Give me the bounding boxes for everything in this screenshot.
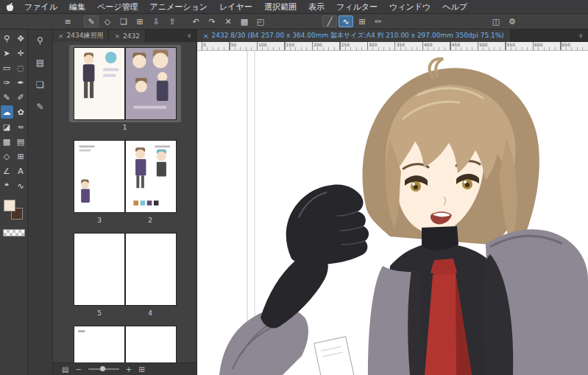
page-thumbnail[interactable] (74, 234, 124, 305)
ruler-label: 400 (424, 42, 432, 47)
ruler-label: 500 (479, 42, 487, 47)
close-tab-icon[interactable]: × (203, 32, 209, 40)
apple-menu-icon[interactable] (6, 2, 14, 12)
main-color-swatch[interactable] (4, 200, 15, 211)
gradient-tool-icon[interactable]: ▤ (15, 135, 27, 148)
eyedropper-tool-icon[interactable]: ✑ (1, 76, 13, 89)
redo-icon[interactable]: ↷ (205, 15, 219, 27)
quick-search-icon[interactable]: ⚲ (32, 34, 49, 47)
chevron-down-icon[interactable]: ∨ (573, 32, 588, 39)
menubar-item[interactable]: 表示 (302, 1, 330, 13)
delete-icon[interactable]: ✕ (221, 15, 235, 27)
chevron-down-icon[interactable]: ∨ (182, 32, 196, 39)
page-thumbnail[interactable] (126, 141, 176, 212)
snap-grid-icon[interactable]: ⊞ (355, 15, 369, 27)
menubar-item[interactable]: ヘルプ (436, 1, 473, 13)
undo-icon[interactable]: ↶ (188, 15, 203, 27)
thumb-zoom-in-icon[interactable]: + (126, 365, 132, 374)
selection-tool-icon[interactable]: ▭ (1, 61, 13, 74)
ruler-label: 650 (562, 42, 570, 47)
menubar-item[interactable]: フィルター (330, 1, 383, 13)
menubar-item[interactable]: レイヤー (213, 1, 258, 13)
close-tab-icon[interactable]: × (114, 32, 120, 40)
spread-view-icon[interactable]: ⊞ (138, 365, 144, 374)
command-group: ↶↷✕▩◰ (188, 15, 268, 27)
new-page-icon[interactable]: ⊞ (132, 15, 147, 27)
ruler-label: 200 (314, 42, 322, 47)
page-panel-tab[interactable]: ×2434練習用 (53, 29, 109, 42)
page-numbers: 32 (74, 217, 176, 225)
fill-icon[interactable]: ▩ (237, 15, 252, 27)
menubar: ファイル編集ページ管理アニメーションレイヤー選択範囲表示フィルターウィンドウヘル… (0, 0, 588, 14)
page-thumbnail-list: 13254 (53, 42, 196, 362)
eraser-tool-icon[interactable]: ◪ (1, 120, 13, 133)
page-thumbnail[interactable] (126, 326, 176, 362)
page-number-label: 3 (74, 217, 125, 225)
operation-tool-icon[interactable]: ➤ (1, 46, 13, 60)
color-swatches (3, 200, 24, 223)
page-panel-tab[interactable]: ×2432 (109, 29, 145, 42)
pencil-tool-icon[interactable]: ✎ (1, 91, 13, 104)
menubar-item[interactable]: 選択範囲 (258, 1, 302, 13)
ruler-label: 50 (231, 42, 237, 47)
page-manager-icon[interactable]: ❏ (116, 15, 131, 27)
page-thumbnail[interactable] (74, 141, 124, 212)
brush-tool-icon[interactable]: ✐ (15, 91, 27, 104)
page-spread-item[interactable]: 32 (53, 138, 196, 225)
page-panel-tab-bar: ×2434練習用×2432∨ (53, 29, 196, 42)
close-tab-icon[interactable]: × (58, 32, 64, 40)
move-layer-tool-icon[interactable]: ✛ (15, 46, 27, 60)
figure-tool-icon[interactable]: ◇ (1, 150, 13, 163)
correction-tool-icon[interactable]: ∿ (15, 179, 27, 192)
transparent-color-swatch[interactable] (3, 229, 25, 236)
page-panel-tab-label: 2434練習用 (67, 31, 104, 41)
menubar-item[interactable]: ウィンドウ (383, 1, 436, 13)
airbrush-tool-icon[interactable]: ☁ (1, 105, 13, 119)
menubar-item[interactable]: 編集 (63, 1, 91, 13)
menubar-item[interactable]: ページ管理 (91, 1, 144, 13)
menubar-item[interactable]: アニメーション (144, 1, 214, 13)
page-view-icon[interactable]: ▤ (62, 365, 68, 374)
page-thumbnail[interactable] (74, 326, 124, 362)
decoration-tool-icon[interactable]: ✿ (15, 105, 27, 119)
fill-tool-icon[interactable]: ▩ (1, 135, 13, 148)
command-group: ✎◇❏⊞⇩⇧ (84, 15, 180, 27)
document-tab[interactable]: × 2432 8/30 (B4 257.00 x 364.00mm 製本サイズ:… (197, 29, 511, 42)
snap-special-ruler-icon[interactable]: ∿ (339, 15, 353, 27)
ruler-tool-icon[interactable]: ∠ (1, 164, 13, 178)
text-tool-icon[interactable]: A (15, 164, 27, 178)
correct-line-icon[interactable]: ✏ (371, 15, 386, 27)
import-page-icon[interactable]: ⇩ (149, 15, 163, 27)
layer-panel-icon[interactable]: ❏ (32, 78, 49, 91)
menubar-item[interactable]: ファイル (18, 1, 63, 13)
page-thumbnail[interactable] (126, 234, 176, 305)
thumb-zoom-out-icon[interactable]: − (75, 365, 81, 374)
transform-icon[interactable]: ◰ (253, 15, 268, 27)
page-spread-item[interactable]: 1 (53, 45, 196, 132)
command-group: ≡ (60, 15, 75, 27)
page-spread-item[interactable]: 54 (53, 231, 196, 318)
move-view-tool-icon[interactable]: ✥ (15, 32, 27, 45)
auto-select-tool-icon[interactable]: ◌ (15, 61, 27, 74)
story-editor-icon[interactable]: ◇ (100, 15, 115, 27)
page-spread-item[interactable] (53, 323, 196, 362)
main-menu-icon[interactable]: ≡ (60, 15, 75, 27)
page-thumbnail[interactable] (126, 48, 176, 119)
material-panel-icon[interactable]: ◫ (489, 15, 503, 27)
blend-tool-icon[interactable]: ≈ (15, 120, 27, 133)
snap-ruler-icon[interactable]: ╱ (322, 15, 337, 27)
sub-tool-panel-icon[interactable]: ▤ (32, 56, 49, 69)
workspace-settings-icon[interactable]: ⚙ (505, 15, 520, 27)
pen-tool-icon[interactable]: ✒ (15, 76, 27, 89)
brush-settings-icon[interactable]: ✎ (32, 100, 49, 113)
horizontal-ruler[interactable]: 050100150200250300350400450500550600650 (197, 42, 588, 51)
page-thumbnail[interactable] (74, 48, 124, 119)
page-manager-panel: ×2434練習用×2432∨ 13254 ▤− +⊞ (53, 29, 197, 375)
frame-border-tool-icon[interactable]: ⊞ (15, 150, 27, 163)
export-page-icon[interactable]: ⇧ (165, 15, 180, 27)
canvas-surface[interactable] (197, 51, 588, 375)
zoom-tool-icon[interactable]: ⚲ (1, 32, 13, 45)
edit-page-icon[interactable]: ✎ (84, 15, 99, 27)
thumbnail-size-slider[interactable] (88, 368, 119, 370)
balloon-tool-icon[interactable]: ❝ (1, 179, 13, 192)
